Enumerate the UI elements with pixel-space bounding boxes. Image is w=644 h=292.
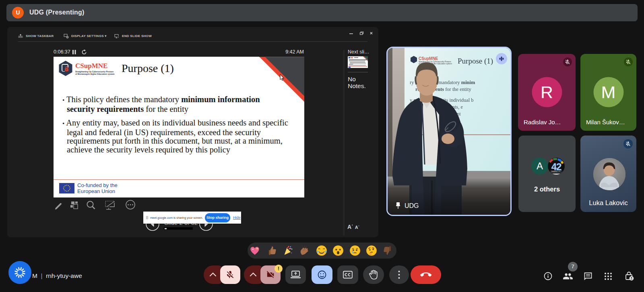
svg-text:MEANING OF L: MEANING OF L bbox=[551, 171, 561, 173]
